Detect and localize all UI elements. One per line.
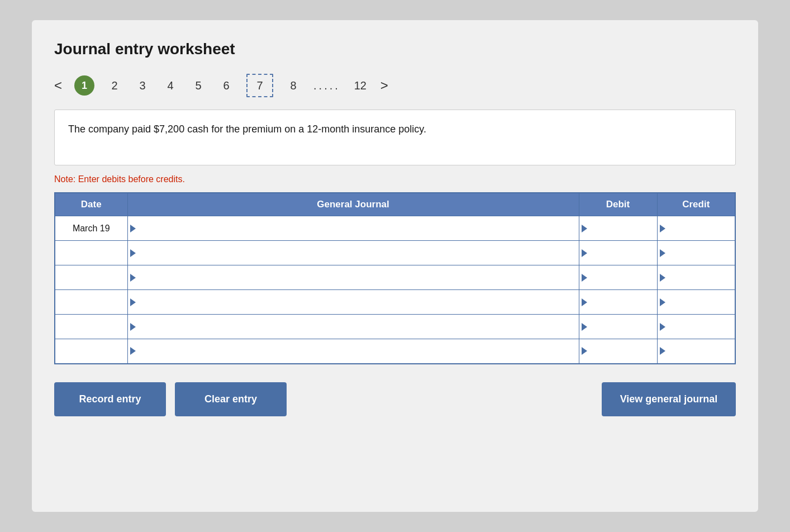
table-row	[55, 241, 735, 265]
credit-input-4[interactable]	[662, 290, 731, 314]
page-dots: .....	[313, 79, 340, 92]
triangle-icon	[660, 274, 665, 282]
buttons-row: Record entry Clear entry View general jo…	[54, 382, 736, 416]
triangle-icon	[660, 298, 665, 306]
table-row	[55, 265, 735, 290]
debit-input-1[interactable]	[584, 216, 653, 240]
clear-entry-button[interactable]: Clear entry	[175, 382, 287, 416]
header-credit: Credit	[657, 193, 735, 216]
debit-input-3[interactable]	[584, 265, 653, 289]
debit-cell-3[interactable]	[579, 265, 657, 290]
credit-input-2[interactable]	[662, 241, 731, 265]
triangle-icon	[660, 323, 665, 331]
triangle-icon	[582, 225, 587, 232]
debit-cell-1[interactable]	[579, 216, 657, 241]
credit-input-5[interactable]	[662, 315, 731, 339]
table-row	[55, 339, 735, 364]
debit-cell-6[interactable]	[579, 339, 657, 364]
note-text: Note: Enter debits before credits.	[54, 174, 736, 184]
view-general-journal-button[interactable]: View general journal	[602, 382, 736, 416]
triangle-icon	[582, 249, 587, 257]
header-journal: General Journal	[127, 193, 579, 216]
journal-input-5[interactable]	[132, 315, 574, 339]
journal-input-4[interactable]	[132, 290, 574, 314]
page-2[interactable]: 2	[107, 79, 122, 92]
debit-input-2[interactable]	[584, 241, 653, 265]
debit-input-4[interactable]	[584, 290, 653, 314]
journal-cell-4[interactable]	[127, 290, 579, 315]
table-row	[55, 315, 735, 339]
page-7[interactable]: 7	[246, 74, 273, 97]
triangle-icon	[130, 249, 136, 257]
triangle-icon	[582, 347, 587, 355]
debit-cell-2[interactable]	[579, 241, 657, 265]
credit-cell-5[interactable]	[657, 315, 735, 339]
triangle-icon	[130, 347, 136, 355]
triangle-icon	[660, 225, 665, 232]
triangle-icon	[582, 298, 587, 306]
credit-cell-6[interactable]	[657, 339, 735, 364]
credit-input-1[interactable]	[662, 216, 731, 240]
journal-input-3[interactable]	[132, 265, 574, 289]
header-date: Date	[55, 193, 127, 216]
journal-cell-3[interactable]	[127, 265, 579, 290]
credit-cell-4[interactable]	[657, 290, 735, 315]
debit-cell-5[interactable]	[579, 315, 657, 339]
prev-arrow[interactable]: <	[54, 78, 62, 93]
triangle-icon	[130, 298, 136, 306]
journal-input-1[interactable]	[132, 216, 574, 240]
credit-cell-3[interactable]	[657, 265, 735, 290]
page-5[interactable]: 5	[191, 79, 206, 92]
table-row: March 19	[55, 216, 735, 241]
triangle-icon	[660, 347, 665, 355]
credit-input-3[interactable]	[662, 265, 731, 289]
debit-input-6[interactable]	[584, 339, 653, 363]
table-row	[55, 290, 735, 315]
page-1[interactable]: 1	[74, 75, 94, 96]
date-cell-1: March 19	[55, 216, 127, 241]
triangle-icon	[582, 323, 587, 331]
triangle-icon	[130, 323, 136, 331]
description-box: The company paid $7,200 cash for the pre…	[54, 110, 736, 165]
date-cell-3	[55, 265, 127, 290]
date-cell-5	[55, 315, 127, 339]
triangle-icon	[130, 274, 136, 282]
journal-cell-6[interactable]	[127, 339, 579, 364]
date-cell-4	[55, 290, 127, 315]
debit-input-5[interactable]	[584, 315, 653, 339]
date-cell-6	[55, 339, 127, 364]
header-debit: Debit	[579, 193, 657, 216]
credit-cell-1[interactable]	[657, 216, 735, 241]
description-text: The company paid $7,200 cash for the pre…	[68, 124, 426, 135]
pagination: < 1 2 3 4 5 6 7 8 ..... 12 >	[54, 74, 736, 97]
page-title: Journal entry worksheet	[54, 40, 736, 58]
page-4[interactable]: 4	[163, 79, 178, 92]
credit-input-6[interactable]	[662, 339, 731, 363]
journal-table: Date General Journal Debit Credit March …	[54, 192, 736, 364]
triangle-icon	[582, 274, 587, 282]
journal-worksheet-card: Journal entry worksheet < 1 2 3 4 5 6 7 …	[32, 20, 758, 512]
next-arrow[interactable]: >	[380, 78, 388, 93]
journal-cell-1[interactable]	[127, 216, 579, 241]
journal-input-2[interactable]	[132, 241, 574, 265]
journal-input-6[interactable]	[132, 339, 574, 363]
triangle-icon	[130, 225, 136, 232]
page-8[interactable]: 8	[285, 79, 301, 92]
journal-cell-2[interactable]	[127, 241, 579, 265]
credit-cell-2[interactable]	[657, 241, 735, 265]
page-12[interactable]: 12	[353, 79, 368, 92]
journal-cell-5[interactable]	[127, 315, 579, 339]
record-entry-button[interactable]: Record entry	[54, 382, 166, 416]
date-cell-2	[55, 241, 127, 265]
triangle-icon	[660, 249, 665, 257]
debit-cell-4[interactable]	[579, 290, 657, 315]
page-6[interactable]: 6	[218, 79, 234, 92]
page-3[interactable]: 3	[135, 79, 150, 92]
